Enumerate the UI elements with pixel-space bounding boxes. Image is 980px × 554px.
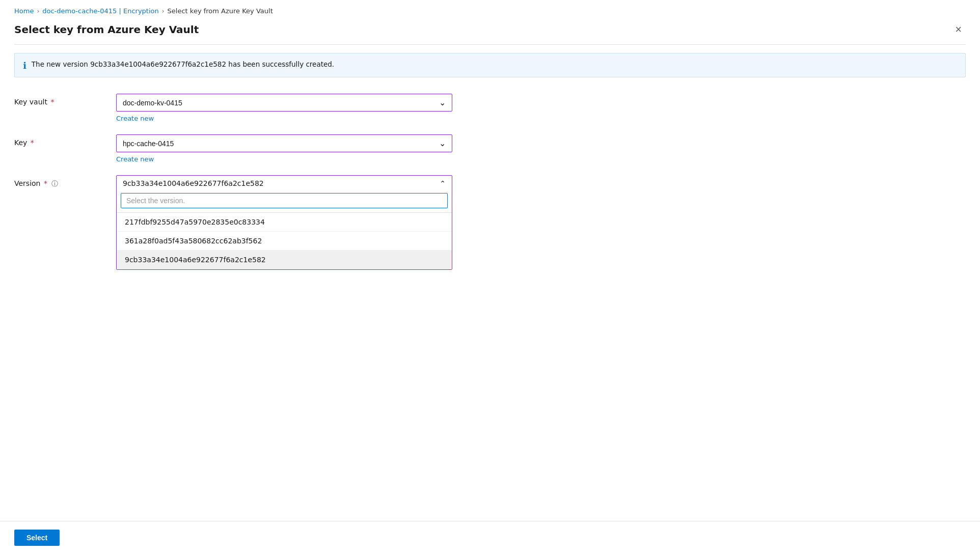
version-label: Version * ⓘ <box>14 175 116 188</box>
version-required: * <box>41 179 47 187</box>
key-required: * <box>28 138 34 147</box>
key-control-group: hpc-cache-0415 ⌄ Create new <box>116 134 452 163</box>
breadcrumb-home[interactable]: Home <box>14 7 34 15</box>
version-dropdown-header[interactable]: 9cb33a34e1004a6e922677f6a2c1e582 ⌃ <box>117 176 452 191</box>
version-control-group: 9cb33a34e1004a6e922677f6a2c1e582 ⌃ 217fd… <box>116 175 452 270</box>
key-vault-value: doc-demo-kv-0415 <box>123 99 182 107</box>
key-label: Key * <box>14 134 116 147</box>
version-info-icon[interactable]: ⓘ <box>51 180 58 187</box>
version-selected-value: 9cb33a34e1004a6e922677f6a2c1e582 <box>123 179 264 187</box>
info-banner: ℹ The new version 9cb33a34e1004a6e922677… <box>14 53 966 77</box>
banner-message: The new version 9cb33a34e1004a6e922677f6… <box>32 60 334 69</box>
panel-title: Select key from Azure Key Vault <box>14 23 199 36</box>
key-vault-row: Key vault * doc-demo-kv-0415 ⌄ Create ne… <box>14 94 966 122</box>
breadcrumb: Home › doc-demo-cache-0415 | Encryption … <box>0 0 980 22</box>
version-search-input[interactable] <box>121 193 448 208</box>
key-row: Key * hpc-cache-0415 ⌄ Create new <box>14 134 966 163</box>
key-vault-dropdown[interactable]: doc-demo-kv-0415 ⌄ <box>116 94 452 112</box>
version-options-list: 217fdbf9255d47a5970e2835e0c83334 361a28f… <box>117 212 452 269</box>
key-vault-required: * <box>48 98 54 106</box>
list-item[interactable]: 9cb33a34e1004a6e922677f6a2c1e582 <box>117 251 452 269</box>
breadcrumb-current: Select key from Azure Key Vault <box>168 7 273 15</box>
footer: Select <box>0 521 980 554</box>
key-create-new-link[interactable]: Create new <box>116 155 154 163</box>
key-vault-control-group: doc-demo-kv-0415 ⌄ Create new <box>116 94 452 122</box>
breadcrumb-sep-1: › <box>37 8 39 15</box>
panel: Select key from Azure Key Vault × ℹ The … <box>0 22 980 300</box>
version-dropdown: 9cb33a34e1004a6e922677f6a2c1e582 ⌃ 217fd… <box>116 175 452 270</box>
select-button[interactable]: Select <box>14 530 60 546</box>
key-vault-chevron-down-icon: ⌄ <box>439 98 446 107</box>
key-vault-create-new-link[interactable]: Create new <box>116 115 154 122</box>
key-value: hpc-cache-0415 <box>123 140 174 148</box>
form-section: Key vault * doc-demo-kv-0415 ⌄ Create ne… <box>14 90 966 286</box>
panel-header: Select key from Azure Key Vault × <box>14 22 966 45</box>
version-chevron-up-icon: ⌃ <box>440 179 446 187</box>
key-chevron-down-icon: ⌄ <box>439 138 446 148</box>
list-item[interactable]: 361a28f0ad5f43a580682cc62ab3f562 <box>117 232 452 251</box>
info-circle-icon: ℹ <box>23 60 26 71</box>
key-dropdown[interactable]: hpc-cache-0415 ⌄ <box>116 134 452 152</box>
list-item[interactable]: 217fdbf9255d47a5970e2835e0c83334 <box>117 213 452 232</box>
breadcrumb-sep-2: › <box>162 8 165 15</box>
key-vault-label: Key vault * <box>14 94 116 106</box>
close-button[interactable]: × <box>951 22 966 37</box>
version-row: Version * ⓘ 9cb33a34e1004a6e922677f6a2c1… <box>14 175 966 270</box>
breadcrumb-resource[interactable]: doc-demo-cache-0415 | Encryption <box>42 7 159 15</box>
